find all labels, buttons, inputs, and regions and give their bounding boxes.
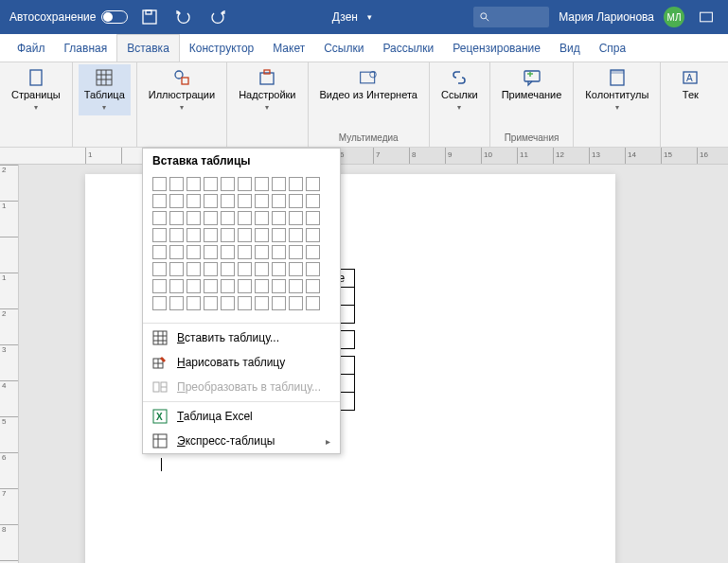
grid-cell[interactable] — [152, 262, 167, 276]
grid-cell[interactable] — [186, 245, 201, 259]
grid-cell[interactable] — [169, 245, 184, 259]
grid-cell[interactable] — [272, 279, 286, 293]
ribbon-display-icon[interactable] — [694, 5, 719, 29]
grid-cell[interactable] — [169, 279, 184, 293]
grid-cell[interactable] — [186, 296, 201, 310]
headerfooter-button[interactable]: Колонтитулы ▾ — [579, 64, 654, 115]
grid-cell[interactable] — [204, 194, 218, 208]
grid-cell[interactable] — [221, 228, 235, 242]
grid-cell[interactable] — [221, 194, 235, 208]
redo-icon[interactable] — [205, 5, 230, 29]
tab-design[interactable]: Конструктор — [180, 34, 263, 62]
grid-cell[interactable] — [169, 211, 184, 225]
grid-cell[interactable] — [306, 194, 320, 208]
grid-cell[interactable] — [238, 279, 252, 293]
undo-icon[interactable] — [171, 5, 196, 29]
grid-cell[interactable] — [169, 228, 184, 242]
grid-cell[interactable] — [255, 194, 269, 208]
grid-cell[interactable] — [289, 262, 303, 276]
grid-cell[interactable] — [306, 177, 320, 191]
grid-cell[interactable] — [255, 211, 269, 225]
text-button[interactable]: A Тек — [666, 64, 714, 105]
grid-cell[interactable] — [272, 211, 286, 225]
grid-cell[interactable] — [152, 296, 167, 310]
tab-file[interactable]: Файл — [8, 34, 55, 62]
grid-cell[interactable] — [152, 194, 167, 208]
grid-cell[interactable] — [169, 296, 184, 310]
grid-cell[interactable] — [238, 194, 252, 208]
grid-cell[interactable] — [289, 211, 303, 225]
grid-cell[interactable] — [272, 296, 286, 310]
grid-cell[interactable] — [289, 228, 303, 242]
pages-button[interactable]: Страницы ▾ — [6, 64, 66, 115]
grid-cell[interactable] — [186, 177, 201, 191]
ruler-horizontal[interactable]: 112345678910111213141516 — [0, 148, 728, 165]
autosave-toggle[interactable]: Автосохранение — [9, 10, 128, 24]
ruler-vertical[interactable]: 2112345678910 — [0, 165, 19, 563]
grid-cell[interactable] — [255, 279, 269, 293]
addins-button[interactable]: Надстройки ▾ — [233, 64, 301, 115]
chevron-down-icon[interactable]: ▾ — [367, 12, 372, 22]
grid-cell[interactable] — [238, 296, 252, 310]
comment-button[interactable]: Примечание — [496, 64, 568, 105]
menu-draw-table[interactable]: Нарисовать таблицу — [143, 350, 340, 375]
grid-cell[interactable] — [272, 245, 286, 259]
grid-cell[interactable] — [255, 296, 269, 310]
grid-cell[interactable] — [238, 228, 252, 242]
grid-cell[interactable] — [272, 228, 286, 242]
tab-help[interactable]: Спра — [590, 34, 636, 62]
tab-references[interactable]: Ссылки — [314, 34, 373, 62]
toggle-switch-icon[interactable] — [101, 10, 128, 24]
user-name[interactable]: Мария Ларионова — [559, 10, 654, 24]
grid-cell[interactable] — [186, 279, 201, 293]
menu-quick-tables[interactable]: Экспресс-таблицы ▸ — [143, 429, 340, 453]
search-box[interactable] — [473, 7, 549, 27]
grid-cell[interactable] — [238, 177, 252, 191]
grid-cell[interactable] — [152, 211, 167, 225]
grid-cell[interactable] — [204, 262, 218, 276]
grid-cell[interactable] — [272, 262, 286, 276]
grid-cell[interactable] — [221, 177, 235, 191]
grid-cell[interactable] — [289, 194, 303, 208]
table-grid-picker[interactable] — [143, 173, 340, 321]
grid-cell[interactable] — [306, 262, 320, 276]
grid-cell[interactable] — [152, 245, 167, 259]
grid-cell[interactable] — [255, 245, 269, 259]
grid-cell[interactable] — [255, 177, 269, 191]
table-button[interactable]: Таблица ▾ — [79, 64, 131, 115]
grid-cell[interactable] — [204, 296, 218, 310]
online-video-button[interactable]: Видео из Интернета — [314, 64, 423, 105]
grid-cell[interactable] — [255, 228, 269, 242]
grid-cell[interactable] — [169, 177, 184, 191]
user-avatar[interactable]: МЛ — [664, 7, 684, 27]
grid-cell[interactable] — [204, 245, 218, 259]
grid-cell[interactable] — [152, 177, 167, 191]
grid-cell[interactable] — [272, 194, 286, 208]
grid-cell[interactable] — [289, 245, 303, 259]
grid-cell[interactable] — [204, 279, 218, 293]
tab-layout[interactable]: Макет — [263, 34, 314, 62]
menu-excel-table[interactable]: X Таблица Excel — [143, 404, 340, 429]
grid-cell[interactable] — [169, 194, 184, 208]
tab-home[interactable]: Главная — [55, 34, 117, 62]
grid-cell[interactable] — [255, 262, 269, 276]
grid-cell[interactable] — [238, 211, 252, 225]
menu-insert-table[interactable]: Вставить таблицу... — [143, 325, 340, 350]
grid-cell[interactable] — [221, 211, 235, 225]
grid-cell[interactable] — [152, 228, 167, 242]
grid-cell[interactable] — [204, 211, 218, 225]
grid-cell[interactable] — [289, 296, 303, 310]
grid-cell[interactable] — [169, 262, 184, 276]
grid-cell[interactable] — [186, 228, 201, 242]
grid-cell[interactable] — [221, 262, 235, 276]
grid-cell[interactable] — [221, 245, 235, 259]
grid-cell[interactable] — [186, 211, 201, 225]
tab-review[interactable]: Рецензирование — [443, 34, 550, 62]
grid-cell[interactable] — [221, 279, 235, 293]
grid-cell[interactable] — [186, 262, 201, 276]
illustrations-button[interactable]: Иллюстрации ▾ — [143, 64, 221, 115]
grid-cell[interactable] — [204, 177, 218, 191]
grid-cell[interactable] — [204, 228, 218, 242]
grid-cell[interactable] — [272, 177, 286, 191]
grid-cell[interactable] — [238, 245, 252, 259]
